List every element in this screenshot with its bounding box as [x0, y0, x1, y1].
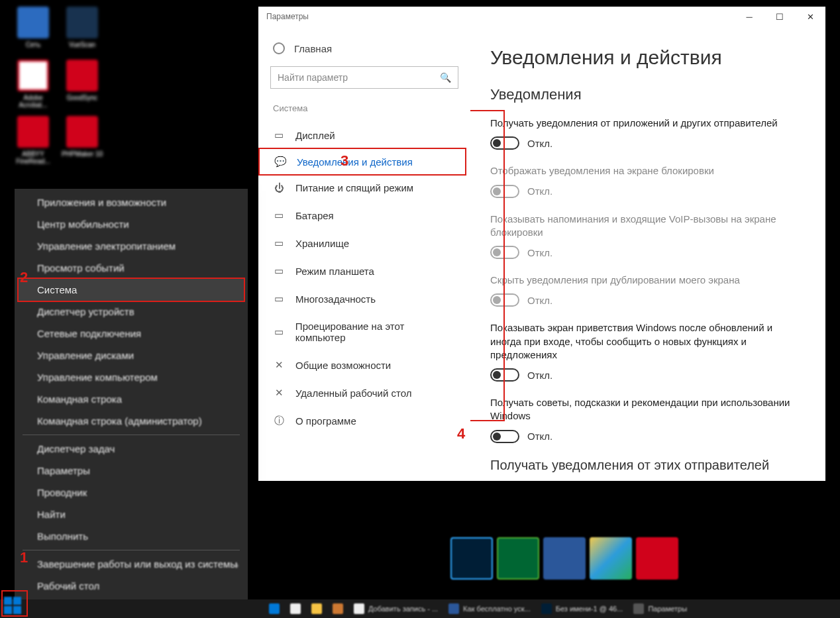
taskbar-item[interactable]: Добавить запись - ... [348, 602, 443, 615]
taskbar-item[interactable]: Без имени-1 @ 46... [536, 602, 629, 615]
sidebar-item[interactable]: ✕Общие возможности [258, 351, 470, 379]
winx-menu-item[interactable]: Рабочий стол [15, 575, 248, 597]
sidebar-item-icon: 💬 [274, 156, 286, 168]
desktop-icon[interactable]: PHPMaker 10 [61, 116, 103, 158]
sidebar-item[interactable]: ▭Многозадачность [258, 285, 470, 313]
winx-menu-item[interactable]: Найти [15, 503, 248, 525]
sidebar-item[interactable]: ▭Режим планшета [258, 257, 470, 285]
desktop-icon[interactable]: ABBYY FineRead... [12, 116, 54, 165]
winx-menu-item[interactable]: Выполнить [15, 525, 248, 547]
sidebar-item[interactable]: ▭Хранилище [258, 229, 470, 257]
sidebar-item[interactable]: ▭Батарея [258, 201, 470, 229]
winx-menu-item[interactable]: Центр мобильности [15, 213, 248, 235]
taskbar-item-icon [354, 603, 364, 614]
setting-label: Получать советы, подсказки и рекомендаци… [490, 396, 806, 423]
toggle-state: Откл. [527, 431, 552, 442]
sidebar-item[interactable]: ⓘО программе [258, 407, 470, 435]
close-button[interactable]: ✕ [795, 7, 825, 26]
desktop-icon[interactable]: Сеть [12, 7, 54, 48]
sidebar-item-icon: ⏻ [273, 182, 285, 193]
search-input[interactable]: Найти параметр 🔍 [270, 66, 458, 89]
winx-menu-item[interactable]: Командная строка [15, 388, 248, 410]
sidebar-item-label: О программе [295, 415, 356, 427]
taskbar-item[interactable] [264, 602, 285, 615]
winx-menu-item[interactable]: Проводник [15, 482, 248, 503]
toggle-state: Откл. [527, 247, 552, 258]
winx-menu-item[interactable]: Командная строка (администратор) [15, 410, 248, 432]
toggle-state: Откл. [527, 295, 552, 306]
dock-icon-dreamweaver[interactable] [497, 537, 539, 580]
taskbar-item-icon [290, 603, 301, 614]
taskbar-item[interactable] [327, 602, 348, 615]
taskbar-item[interactable]: Как бесплатно уск... [443, 602, 536, 615]
winx-menu-item[interactable]: Приложения и возможности [15, 191, 248, 213]
section-heading-notifications: Уведомления [490, 86, 806, 103]
winx-menu-item[interactable]: Диспетчер задач [15, 438, 248, 460]
sidebar-item-icon: ▭ [273, 293, 285, 305]
sidebar-item-icon: ⓘ [273, 415, 285, 427]
sidebar-item-label: Общие возможности [295, 360, 391, 371]
toggle-state: Откл. [527, 185, 552, 197]
sidebar-item-icon: ▭ [273, 265, 285, 277]
menu-separator [23, 550, 240, 550]
sidebar-item[interactable]: ⏻Питание и спящий режим [258, 174, 470, 201]
section-heading-senders: Получать уведомления от этих отправителе… [490, 458, 806, 473]
settings-sidebar: Главная Найти параметр 🔍 Система ▭Диспле… [258, 26, 470, 481]
setting-label: Скрыть уведомления при дублировании моег… [490, 274, 806, 287]
winx-context-menu: Приложения и возможностиЦентр мобильност… [15, 189, 248, 599]
winx-menu-item[interactable]: Сетевые подключения [15, 323, 248, 344]
sidebar-item[interactable]: ▭Дисплей [258, 121, 470, 149]
sidebar-home-label: Главная [294, 43, 332, 54]
dock-icon[interactable] [636, 537, 678, 580]
toggle-switch[interactable] [490, 430, 519, 443]
taskbar-item-icon [633, 603, 644, 614]
dock-icon-photoshop[interactable] [450, 537, 493, 580]
setting-label: Показывать напоминания и входящие VoIP-в… [490, 213, 806, 240]
sidebar-item[interactable]: ▭Проецирование на этот компьютер [258, 313, 470, 351]
winx-menu-item[interactable]: Управление дисками [15, 344, 248, 366]
sidebar-group-label: Система [258, 103, 470, 121]
taskbar-item[interactable] [306, 602, 327, 615]
taskbar-item-icon [311, 603, 322, 614]
gear-icon [273, 42, 285, 54]
annotation-number-3: 3 [341, 152, 348, 170]
winx-menu-item[interactable]: Управление электропитанием [15, 235, 248, 257]
dock-icon-word[interactable] [543, 537, 586, 580]
sidebar-item-label: Хранилище [295, 238, 349, 249]
sidebar-home[interactable]: Главная [258, 38, 470, 66]
taskbar: Добавить запись - ...Как бесплатно уск..… [0, 599, 840, 618]
sidebar-item-label: Удаленный рабочий стол [295, 387, 411, 399]
sidebar-item-icon: ▭ [273, 326, 285, 338]
sidebar-item-label: Режим планшета [295, 266, 374, 277]
annotation-box-1 [1, 590, 28, 617]
taskbar-item[interactable]: Параметры [628, 602, 692, 615]
setting-label: Получать уведомления от приложений и дру… [490, 117, 806, 130]
sidebar-item-icon: ▭ [273, 129, 285, 141]
winx-menu-item-system[interactable]: Система [17, 278, 245, 302]
desktop-icon[interactable]: Adobe Acrobat... [12, 60, 54, 109]
winx-menu-item[interactable]: Диспетчер устройств [15, 301, 248, 323]
winx-menu-item[interactable]: Управление компьютером [15, 366, 248, 388]
sidebar-item-label: Питание и спящий режим [295, 182, 413, 193]
app-dock [450, 537, 678, 580]
desktop-icon[interactable]: GoodSync [61, 60, 103, 101]
winx-menu-item[interactable]: Параметры [15, 460, 248, 482]
sidebar-item[interactable]: ✕Удаленный рабочий стол [258, 379, 470, 407]
settings-window: Параметры ─ ☐ ✕ Главная Найти параметр 🔍… [258, 7, 825, 481]
desktop-icon[interactable]: VueScan [61, 7, 103, 48]
sidebar-item-icon: ✕ [273, 387, 285, 399]
taskbar-item-icon [541, 603, 552, 614]
sidebar-item-label: Дисплей [295, 130, 335, 141]
menu-separator [23, 435, 240, 435]
winx-menu-item[interactable]: Просмотр событий [15, 257, 248, 279]
sidebar-item-icon: ▭ [273, 209, 285, 221]
sidebar-item[interactable]: 💬Уведомления и действия [258, 148, 466, 176]
winx-menu-item[interactable]: Завершение работы или выход из системы› [15, 553, 248, 575]
sidebar-item-label: Уведомления и действия [297, 156, 413, 168]
taskbar-item[interactable] [285, 602, 306, 615]
sidebar-item-label: Батарея [295, 210, 334, 221]
minimize-button[interactable]: ─ [734, 7, 764, 26]
dock-icon[interactable] [590, 537, 632, 580]
maximize-button[interactable]: ☐ [764, 7, 795, 26]
window-titlebar: Параметры ─ ☐ ✕ [258, 7, 825, 26]
